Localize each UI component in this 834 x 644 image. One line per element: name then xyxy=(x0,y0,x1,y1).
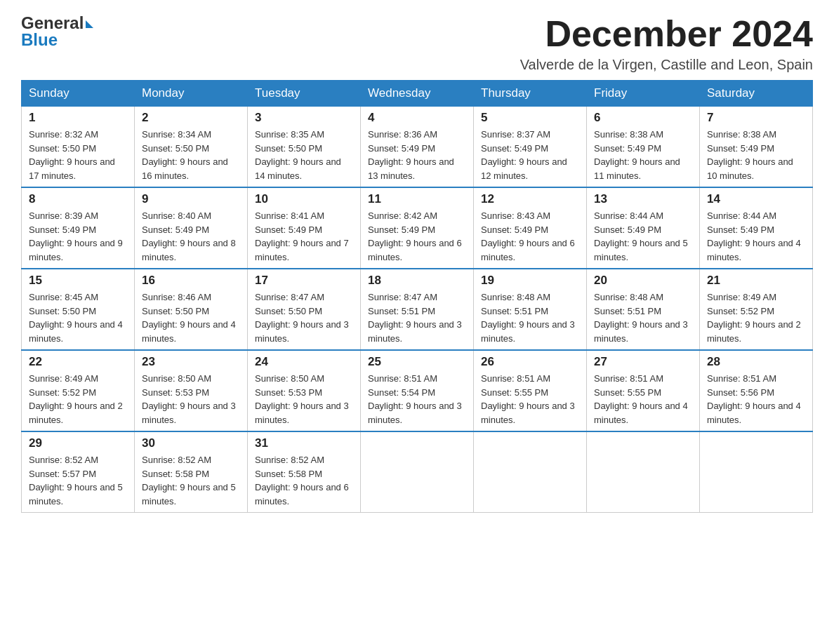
day-number: 4 xyxy=(368,111,466,125)
calendar-cell: 3 Sunrise: 8:35 AMSunset: 5:50 PMDayligh… xyxy=(248,107,361,188)
calendar-cell xyxy=(587,431,700,513)
day-number: 28 xyxy=(707,355,805,369)
calendar-cell: 5 Sunrise: 8:37 AMSunset: 5:49 PMDayligh… xyxy=(474,107,587,188)
day-number: 12 xyxy=(481,192,579,206)
day-number: 31 xyxy=(255,436,353,450)
calendar-cell xyxy=(361,431,474,513)
day-header-saturday: Saturday xyxy=(700,81,813,107)
day-number: 13 xyxy=(594,192,692,206)
calendar-cell: 31 Sunrise: 8:52 AMSunset: 5:58 PMDaylig… xyxy=(248,431,361,513)
day-number: 19 xyxy=(481,274,579,288)
day-info: Sunrise: 8:44 AMSunset: 5:49 PMDaylight:… xyxy=(707,210,801,262)
calendar-cell: 15 Sunrise: 8:45 AMSunset: 5:50 PMDaylig… xyxy=(22,269,135,350)
day-number: 20 xyxy=(594,274,692,288)
day-number: 14 xyxy=(707,192,805,206)
day-number: 30 xyxy=(142,436,240,450)
day-number: 16 xyxy=(142,274,240,288)
day-info: Sunrise: 8:43 AMSunset: 5:49 PMDaylight:… xyxy=(481,210,575,262)
day-info: Sunrise: 8:48 AMSunset: 5:51 PMDaylight:… xyxy=(481,292,575,344)
day-info: Sunrise: 8:35 AMSunset: 5:50 PMDaylight:… xyxy=(255,129,341,181)
day-header-wednesday: Wednesday xyxy=(361,81,474,107)
calendar-cell: 1 Sunrise: 8:32 AMSunset: 5:50 PMDayligh… xyxy=(22,107,135,188)
day-header-tuesday: Tuesday xyxy=(248,81,361,107)
calendar-cell: 29 Sunrise: 8:52 AMSunset: 5:57 PMDaylig… xyxy=(22,431,135,513)
day-info: Sunrise: 8:51 AMSunset: 5:55 PMDaylight:… xyxy=(594,373,688,425)
calendar-cell: 22 Sunrise: 8:49 AMSunset: 5:52 PMDaylig… xyxy=(22,350,135,431)
day-info: Sunrise: 8:52 AMSunset: 5:58 PMDaylight:… xyxy=(255,455,349,507)
day-info: Sunrise: 8:41 AMSunset: 5:49 PMDaylight:… xyxy=(255,210,349,262)
day-number: 6 xyxy=(594,111,692,125)
day-number: 24 xyxy=(255,355,353,369)
calendar-cell: 14 Sunrise: 8:44 AMSunset: 5:49 PMDaylig… xyxy=(700,187,813,269)
calendar-cell xyxy=(474,431,587,513)
day-info: Sunrise: 8:37 AMSunset: 5:49 PMDaylight:… xyxy=(481,129,567,181)
day-number: 7 xyxy=(707,111,805,125)
day-info: Sunrise: 8:51 AMSunset: 5:54 PMDaylight:… xyxy=(368,373,462,425)
month-title: December 2024 xyxy=(520,14,813,54)
day-info: Sunrise: 8:34 AMSunset: 5:50 PMDaylight:… xyxy=(142,129,228,181)
calendar-cell: 17 Sunrise: 8:47 AMSunset: 5:50 PMDaylig… xyxy=(248,269,361,350)
day-number: 23 xyxy=(142,355,240,369)
logo-blue: Blue xyxy=(21,31,93,49)
calendar-cell: 30 Sunrise: 8:52 AMSunset: 5:58 PMDaylig… xyxy=(135,431,248,513)
calendar-cell: 7 Sunrise: 8:38 AMSunset: 5:49 PMDayligh… xyxy=(700,107,813,188)
calendar-cell: 23 Sunrise: 8:50 AMSunset: 5:53 PMDaylig… xyxy=(135,350,248,431)
day-info: Sunrise: 8:45 AMSunset: 5:50 PMDaylight:… xyxy=(29,292,123,344)
day-number: 22 xyxy=(29,355,127,369)
day-number: 10 xyxy=(255,192,353,206)
day-number: 21 xyxy=(707,274,805,288)
day-info: Sunrise: 8:50 AMSunset: 5:53 PMDaylight:… xyxy=(255,373,349,425)
day-number: 25 xyxy=(368,355,466,369)
day-number: 9 xyxy=(142,192,240,206)
day-number: 11 xyxy=(368,192,466,206)
calendar-cell: 4 Sunrise: 8:36 AMSunset: 5:49 PMDayligh… xyxy=(361,107,474,188)
calendar-cell: 16 Sunrise: 8:46 AMSunset: 5:50 PMDaylig… xyxy=(135,269,248,350)
page-header: General Blue December 2024 Valverde de l… xyxy=(21,14,813,73)
day-info: Sunrise: 8:42 AMSunset: 5:49 PMDaylight:… xyxy=(368,210,462,262)
day-number: 8 xyxy=(29,192,127,206)
day-info: Sunrise: 8:51 AMSunset: 5:55 PMDaylight:… xyxy=(481,373,575,425)
day-info: Sunrise: 8:51 AMSunset: 5:56 PMDaylight:… xyxy=(707,373,801,425)
calendar-cell: 11 Sunrise: 8:42 AMSunset: 5:49 PMDaylig… xyxy=(361,187,474,269)
calendar-cell: 24 Sunrise: 8:50 AMSunset: 5:53 PMDaylig… xyxy=(248,350,361,431)
day-info: Sunrise: 8:48 AMSunset: 5:51 PMDaylight:… xyxy=(594,292,688,344)
calendar-cell: 13 Sunrise: 8:44 AMSunset: 5:49 PMDaylig… xyxy=(587,187,700,269)
day-number: 17 xyxy=(255,274,353,288)
calendar-cell: 26 Sunrise: 8:51 AMSunset: 5:55 PMDaylig… xyxy=(474,350,587,431)
day-info: Sunrise: 8:40 AMSunset: 5:49 PMDaylight:… xyxy=(142,210,236,262)
calendar-cell: 6 Sunrise: 8:38 AMSunset: 5:49 PMDayligh… xyxy=(587,107,700,188)
day-info: Sunrise: 8:52 AMSunset: 5:57 PMDaylight:… xyxy=(29,455,123,507)
calendar-cell: 28 Sunrise: 8:51 AMSunset: 5:56 PMDaylig… xyxy=(700,350,813,431)
day-number: 2 xyxy=(142,111,240,125)
day-number: 15 xyxy=(29,274,127,288)
calendar-cell: 12 Sunrise: 8:43 AMSunset: 5:49 PMDaylig… xyxy=(474,187,587,269)
day-info: Sunrise: 8:52 AMSunset: 5:58 PMDaylight:… xyxy=(142,455,236,507)
day-info: Sunrise: 8:38 AMSunset: 5:49 PMDaylight:… xyxy=(594,129,680,181)
day-number: 27 xyxy=(594,355,692,369)
day-header-friday: Friday xyxy=(587,81,700,107)
calendar-cell: 2 Sunrise: 8:34 AMSunset: 5:50 PMDayligh… xyxy=(135,107,248,188)
location: Valverde de la Virgen, Castille and Leon… xyxy=(520,57,813,73)
day-header-thursday: Thursday xyxy=(474,81,587,107)
calendar-cell xyxy=(700,431,813,513)
day-info: Sunrise: 8:47 AMSunset: 5:50 PMDaylight:… xyxy=(255,292,349,344)
title-section: December 2024 Valverde de la Virgen, Cas… xyxy=(520,14,813,73)
day-info: Sunrise: 8:32 AMSunset: 5:50 PMDaylight:… xyxy=(29,129,115,181)
day-info: Sunrise: 8:50 AMSunset: 5:53 PMDaylight:… xyxy=(142,373,236,425)
day-number: 1 xyxy=(29,111,127,125)
day-info: Sunrise: 8:49 AMSunset: 5:52 PMDaylight:… xyxy=(707,292,801,344)
day-number: 5 xyxy=(481,111,579,125)
day-info: Sunrise: 8:44 AMSunset: 5:49 PMDaylight:… xyxy=(594,210,688,262)
day-info: Sunrise: 8:49 AMSunset: 5:52 PMDaylight:… xyxy=(29,373,123,425)
day-info: Sunrise: 8:36 AMSunset: 5:49 PMDaylight:… xyxy=(368,129,454,181)
logo: General Blue xyxy=(21,14,93,50)
day-number: 3 xyxy=(255,111,353,125)
day-number: 18 xyxy=(368,274,466,288)
calendar-cell: 20 Sunrise: 8:48 AMSunset: 5:51 PMDaylig… xyxy=(587,269,700,350)
calendar-cell: 8 Sunrise: 8:39 AMSunset: 5:49 PMDayligh… xyxy=(22,187,135,269)
day-info: Sunrise: 8:46 AMSunset: 5:50 PMDaylight:… xyxy=(142,292,236,344)
calendar-cell: 18 Sunrise: 8:47 AMSunset: 5:51 PMDaylig… xyxy=(361,269,474,350)
calendar-cell: 21 Sunrise: 8:49 AMSunset: 5:52 PMDaylig… xyxy=(700,269,813,350)
day-number: 29 xyxy=(29,436,127,450)
day-info: Sunrise: 8:38 AMSunset: 5:49 PMDaylight:… xyxy=(707,129,793,181)
